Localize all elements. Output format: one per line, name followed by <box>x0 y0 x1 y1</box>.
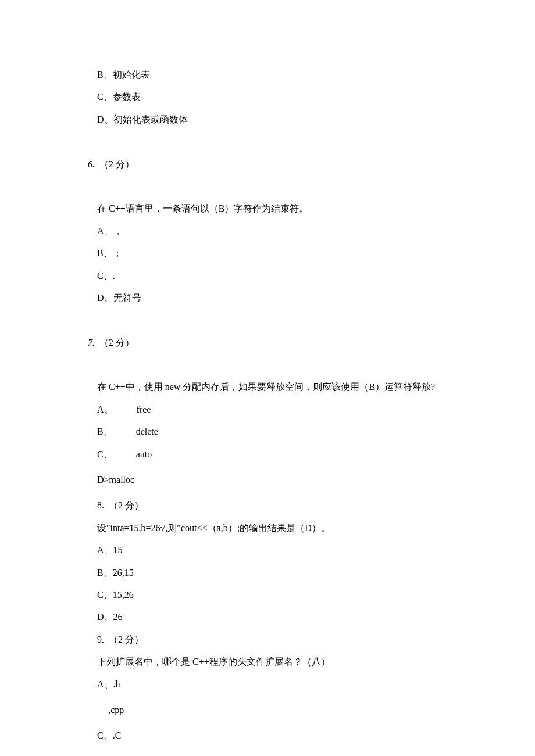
q6-option-a: A、， <box>79 220 456 242</box>
q6-option-d: D、无符号 <box>79 287 456 309</box>
document-page: B、初始化表 C、参数表 D、初始化表或函数体 6. （2 分） 在 C++语言… <box>0 0 535 756</box>
question-9-header: 9. （2 分） <box>79 629 456 651</box>
q9-option-b: ,cpp <box>79 699 456 721</box>
option-label: C、 <box>97 449 113 459</box>
option-b: B、初始化表 <box>79 64 456 86</box>
option-c: C、参数表 <box>79 86 456 108</box>
question-number: 7. <box>88 338 95 347</box>
q6-option-c: C、. <box>79 265 456 287</box>
option-label: B、 <box>97 427 113 436</box>
option-value: delete <box>136 427 158 436</box>
q8-option-b: B、26,15 <box>79 562 456 584</box>
option-label: A、 <box>97 404 113 414</box>
question-number: 6. <box>88 159 95 169</box>
question-7-header: 7. （2 分） <box>79 309 456 376</box>
option-value: free <box>137 404 151 414</box>
q7-option-a: A、free <box>79 399 456 421</box>
q8-option-d: D、26 <box>79 606 456 628</box>
q8-option-a: A、15 <box>79 539 456 561</box>
q7-option-b: B、delete <box>79 421 456 443</box>
question-7-text: 在 C++中，使用 new 分配内存后，如果要释放空间，则应该使用（B）运算符释… <box>79 376 456 398</box>
q9-option-a: A、.h <box>79 673 456 696</box>
question-6-text: 在 C++语言里，一条语句以（B）字符作为结束符。 <box>79 198 456 220</box>
question-8-header: 8. （2 分） <box>79 495 456 517</box>
question-9-text: 下列扩展名中，哪个是 C++程序的头文件扩展名？（八） <box>79 651 456 673</box>
question-8-text: 设"inta=15,b=26√,则″cout<<（a,b）;的输出结果是（D）。 <box>79 517 456 539</box>
question-6-header: 6. （2 分） <box>79 131 456 198</box>
option-value: auto <box>136 449 152 459</box>
q9-option-c: C、.C <box>79 725 456 747</box>
q8-option-c: C、15,26 <box>79 584 456 606</box>
q7-option-c: C、auto <box>79 443 456 465</box>
question-points: （2 分） <box>99 159 134 169</box>
option-d: D、初始化表或函数体 <box>79 109 456 131</box>
q7-option-d: D>malloc <box>79 469 456 491</box>
question-points: （2 分） <box>99 338 134 347</box>
q6-option-b: B、； <box>79 242 456 264</box>
